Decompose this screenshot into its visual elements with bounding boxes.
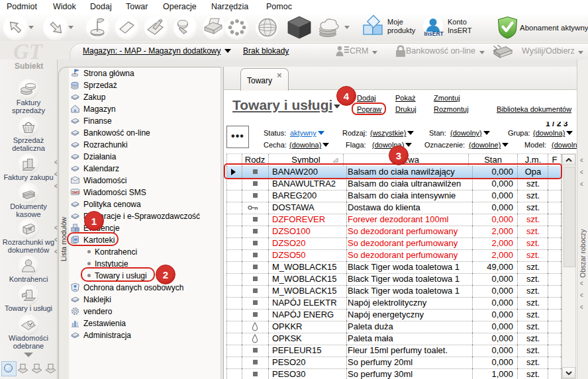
svg-text:SMS: SMS: [72, 190, 79, 194]
svg-text:InsERT: InsERT: [424, 30, 444, 37]
